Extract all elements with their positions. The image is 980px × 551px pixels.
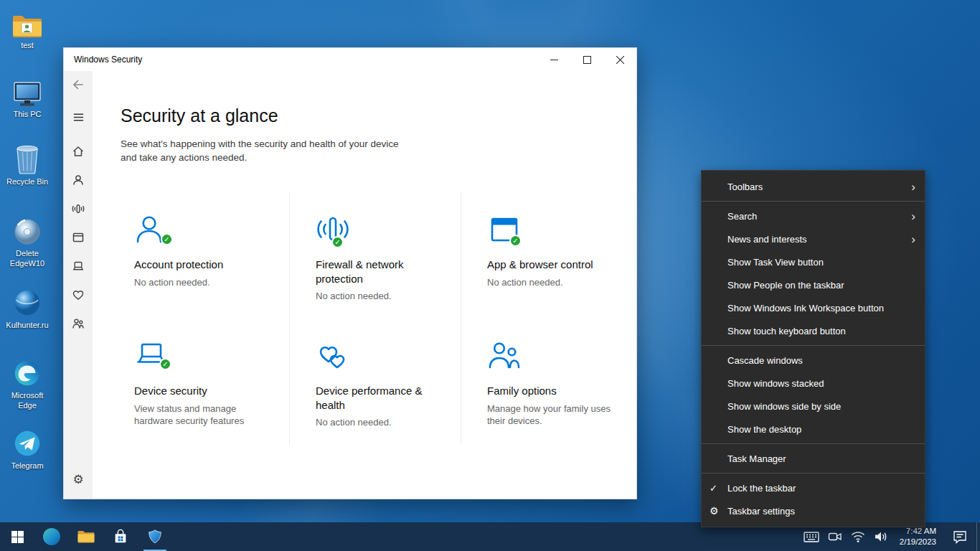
- tile-title: Device security: [134, 384, 262, 398]
- status-check-icon: ✓: [331, 236, 344, 248]
- windows-logo-icon: [11, 531, 24, 543]
- sidebar-item-device-performance[interactable]: [64, 281, 93, 309]
- tile-device-performance-health[interactable]: Device performance & health No action ne…: [290, 319, 461, 445]
- desktop-icon-this-pc[interactable]: This PC: [4, 76, 50, 120]
- sidebar-item-home[interactable]: [64, 137, 93, 166]
- sidebar-item-firewall-network[interactable]: [64, 194, 93, 223]
- start-button[interactable]: [0, 522, 34, 551]
- sidebar-item-family-options[interactable]: [64, 309, 93, 338]
- taskbar-edge-button[interactable]: [34, 522, 69, 551]
- taskbar-windows-security-button[interactable]: [138, 522, 172, 551]
- desktop-icon-label: test: [4, 41, 50, 51]
- page-subtitle: See what's happening with the security a…: [121, 138, 399, 165]
- laptop-icon: [72, 260, 85, 273]
- home-icon: [72, 145, 85, 158]
- device-performance-icon: [316, 339, 356, 375]
- tile-title: Firewall & network protection: [316, 258, 443, 286]
- action-center-icon: [952, 529, 968, 545]
- menu-item-label: Toolbars: [727, 182, 763, 192]
- menu-item-show-the-desktop[interactable]: Show the desktop: [702, 418, 925, 441]
- back-button[interactable]: [64, 71, 93, 98]
- tile-title: Family options: [487, 384, 615, 398]
- minimize-icon: [550, 56, 558, 64]
- desktop-icon-test[interactable]: test: [4, 7, 50, 51]
- desktop-icon-recycle-bin[interactable]: Recycle Bin: [4, 143, 50, 187]
- recycle-bin-icon: [4, 143, 50, 175]
- clock-time: 7:42 AM: [906, 526, 936, 537]
- menu-item-label: News and interests: [727, 234, 807, 245]
- menu-separator: [702, 345, 925, 346]
- maximize-button[interactable]: [570, 48, 603, 71]
- tile-firewall-network-protection[interactable]: ✓ Firewall & network protection No actio…: [290, 192, 461, 319]
- menu-item-taskbar-settings[interactable]: Taskbar settings: [702, 499, 925, 522]
- status-check-icon: ✓: [161, 233, 173, 245]
- tile-app-browser-control[interactable]: ✓ App & browser control No action needed…: [461, 192, 633, 319]
- tile-status: No action needed.: [316, 290, 446, 303]
- menu-item-task-manager[interactable]: Task Manager: [702, 447, 925, 470]
- microsoft-store-icon: [113, 529, 128, 545]
- menu-item-show-touch-keyboard[interactable]: Show touch keyboard button: [702, 319, 925, 342]
- tile-status: Manage how your family uses their device…: [487, 402, 618, 428]
- tile-title: Device performance & health: [316, 384, 443, 412]
- tile-status: No action needed.: [134, 276, 265, 289]
- app-browser-icon: ✓: [487, 212, 527, 248]
- desktop-icon-microsoft-edge[interactable]: Microsoft Edge: [4, 357, 50, 411]
- menu-item-lock-the-taskbar[interactable]: Lock the taskbar: [702, 476, 925, 499]
- computer-icon: [4, 76, 50, 108]
- taskbar-file-explorer-button[interactable]: [69, 522, 103, 551]
- menu-separator: [702, 473, 925, 474]
- menu-item-show-windows-ink[interactable]: Show Windows Ink Workspace button: [702, 296, 925, 319]
- desktop-icon-kulhunter[interactable]: Kulhunter.ru: [4, 287, 50, 331]
- disc-icon: [4, 215, 50, 247]
- network-wifi-icon: [850, 529, 866, 545]
- desktop-icon-telegram[interactable]: Telegram: [4, 428, 50, 471]
- menu-item-toolbars[interactable]: Toolbars: [702, 175, 925, 198]
- user-folder-icon: [4, 7, 50, 39]
- sidebar-nav: [64, 137, 93, 338]
- menu-item-label: Show windows stacked: [727, 378, 824, 389]
- menu-item-show-task-view-button[interactable]: Show Task View button: [702, 250, 925, 273]
- file-explorer-icon: [77, 529, 95, 544]
- menu-item-label: Show the desktop: [727, 424, 801, 435]
- menu-separator: [702, 443, 925, 444]
- family-icon: [72, 317, 85, 330]
- sidebar-item-device-security[interactable]: [64, 252, 93, 281]
- touch-keyboard-icon: [803, 529, 820, 545]
- status-check-icon: ✓: [509, 235, 522, 247]
- menu-item-show-windows-side-by-side[interactable]: Show windows side by side: [702, 395, 925, 418]
- desktop-icon-label: Recycle Bin: [4, 177, 50, 187]
- menu-item-search[interactable]: Search: [702, 204, 925, 227]
- menu-item-show-windows-stacked[interactable]: Show windows stacked: [702, 372, 925, 395]
- menu-toggle-button[interactable]: [64, 103, 93, 131]
- menu-item-news-and-interests[interactable]: News and interests: [702, 227, 925, 250]
- tile-device-security[interactable]: ✓ Device security View status and manage…: [108, 319, 290, 445]
- device-security-icon: ✓: [134, 339, 174, 375]
- action-center-button[interactable]: [943, 522, 976, 551]
- tile-family-options[interactable]: Family options Manage how your family us…: [461, 319, 633, 445]
- close-button[interactable]: [603, 48, 636, 71]
- menu-item-label: Search: [727, 211, 757, 222]
- tile-account-protection[interactable]: ✓ Account protection No action needed.: [108, 192, 290, 319]
- tile-status: View status and manage hardware security…: [134, 402, 265, 428]
- menu-item-cascade-windows[interactable]: Cascade windows: [702, 349, 925, 372]
- settings-button[interactable]: ⚙: [64, 465, 93, 494]
- minimize-button[interactable]: [537, 48, 570, 71]
- menu-item-show-people[interactable]: Show People on the taskbar: [702, 273, 925, 296]
- window-titlebar[interactable]: Windows Security: [64, 48, 636, 71]
- menu-item-label: Cascade windows: [727, 355, 803, 366]
- menu-item-label: Taskbar settings: [727, 506, 795, 517]
- show-desktop-button[interactable]: [976, 522, 980, 551]
- sidebar-item-account-protection[interactable]: [64, 166, 93, 194]
- submenu-chevron-icon: [911, 181, 915, 193]
- desktop-icon-delete-edgew10[interactable]: Delete EdgeW10: [4, 215, 50, 269]
- tile-status: No action needed.: [487, 276, 618, 289]
- desktop-icon-label: This PC: [4, 110, 50, 120]
- globe-shortcut-icon: [4, 287, 50, 319]
- page-title: Security at a glance: [121, 105, 278, 126]
- taskbar-store-button[interactable]: [103, 522, 138, 551]
- sidebar-item-app-browser-control[interactable]: [64, 223, 93, 252]
- account-icon: [72, 174, 85, 187]
- menu-item-label: Lock the taskbar: [727, 483, 796, 494]
- telegram-icon: [4, 428, 50, 459]
- family-options-icon: [487, 339, 527, 375]
